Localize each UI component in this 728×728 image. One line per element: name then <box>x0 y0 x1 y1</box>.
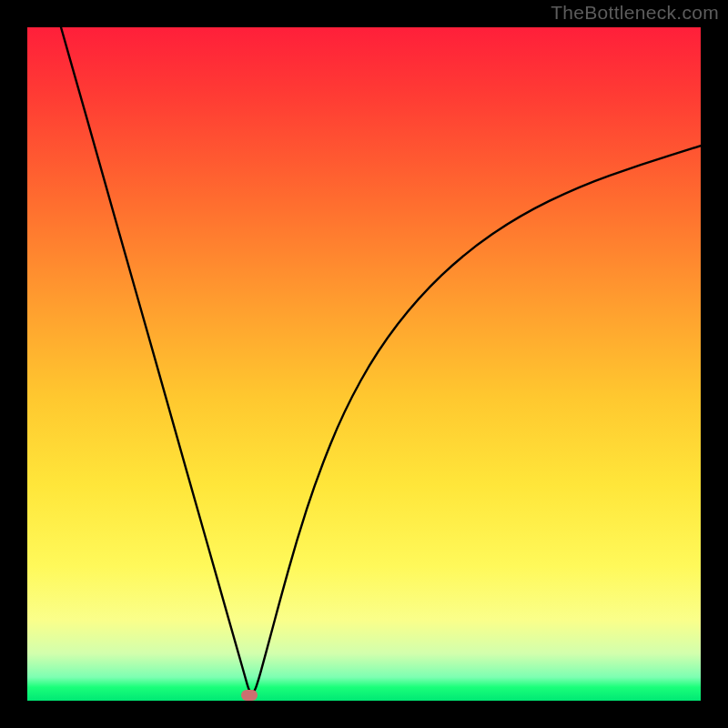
bottleneck-curve <box>27 27 701 701</box>
optimum-marker <box>241 690 258 701</box>
watermark-text: TheBottleneck.com <box>551 2 719 24</box>
chart-plot-area <box>27 27 701 701</box>
chart-frame: TheBottleneck.com <box>0 0 728 728</box>
